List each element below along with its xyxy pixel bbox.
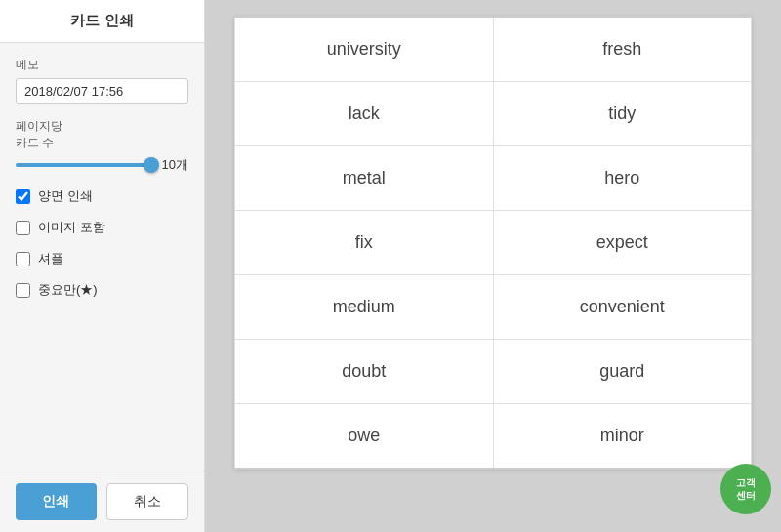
- memo-label: 메모: [16, 57, 188, 73]
- cards-per-page-slider-row: 10개: [16, 156, 188, 174]
- double-side-row: 양면 인쇄: [16, 187, 188, 205]
- shuffle-checkbox[interactable]: [16, 252, 30, 266]
- include-image-label: 이미지 포함: [38, 219, 105, 236]
- card-left: medium: [235, 275, 494, 340]
- customer-badge-line1: 고객: [736, 476, 756, 489]
- card-right: fresh: [493, 17, 752, 82]
- card-right: tidy: [493, 82, 752, 146]
- important-only-label: 중요만(★): [38, 281, 98, 299]
- card-left: fix: [235, 211, 494, 275]
- table-row: fixexpect: [235, 211, 752, 275]
- slider-thumb[interactable]: [144, 157, 159, 173]
- card-left: lack: [235, 82, 494, 146]
- panel-footer: 인쇄 취소: [0, 471, 204, 532]
- card-right: minor: [493, 404, 752, 470]
- table-row: oweminor: [235, 404, 752, 470]
- print-button[interactable]: 인쇄: [16, 483, 97, 520]
- slider-fill: [16, 163, 151, 167]
- card-left: doubt: [235, 340, 494, 404]
- panel-title: 카드 인쇄: [0, 0, 204, 43]
- shuffle-row: 셔플: [16, 250, 188, 267]
- memo-input[interactable]: [16, 78, 188, 104]
- left-panel: 카드 인쇄 메모 페이지당카드 수 10개 양면 인쇄 이미지: [0, 0, 205, 532]
- include-image-checkbox[interactable]: [16, 221, 30, 235]
- card-right: hero: [493, 146, 752, 211]
- double-side-label: 양면 인쇄: [38, 187, 93, 205]
- card-left: owe: [235, 404, 494, 470]
- card-table: universityfreshlacktidymetalherofixexpec…: [234, 16, 752, 470]
- table-row: metalhero: [235, 146, 752, 211]
- important-only-row: 중요만(★): [16, 281, 188, 299]
- customer-badge-line2: 센터: [736, 489, 756, 502]
- table-row: mediumconvenient: [235, 275, 752, 340]
- cards-per-page-field: 페이지당카드 수 10개: [16, 118, 188, 174]
- cards-per-page-label: 페이지당카드 수: [16, 118, 188, 151]
- customer-center-badge[interactable]: 고객 센터: [720, 464, 771, 514]
- table-row: universityfresh: [235, 17, 752, 82]
- important-only-checkbox[interactable]: [16, 283, 30, 298]
- card-right: expect: [493, 211, 752, 275]
- table-row: doubtguard: [235, 340, 752, 404]
- memo-field: 메모: [16, 57, 188, 104]
- panel-body: 메모 페이지당카드 수 10개 양면 인쇄 이미지 포함: [0, 43, 204, 471]
- include-image-row: 이미지 포함: [16, 219, 188, 236]
- card-left: university: [235, 17, 494, 82]
- card-right: convenient: [493, 275, 752, 340]
- slider-value: 10개: [159, 156, 188, 174]
- slider-track[interactable]: [16, 163, 151, 167]
- cancel-button[interactable]: 취소: [106, 483, 189, 520]
- card-left: metal: [235, 146, 494, 211]
- right-panel: universityfreshlacktidymetalherofixexpec…: [205, 0, 781, 532]
- double-side-checkbox[interactable]: [16, 189, 30, 204]
- shuffle-label: 셔플: [38, 250, 63, 267]
- table-row: lacktidy: [235, 82, 752, 146]
- card-right: guard: [493, 340, 752, 404]
